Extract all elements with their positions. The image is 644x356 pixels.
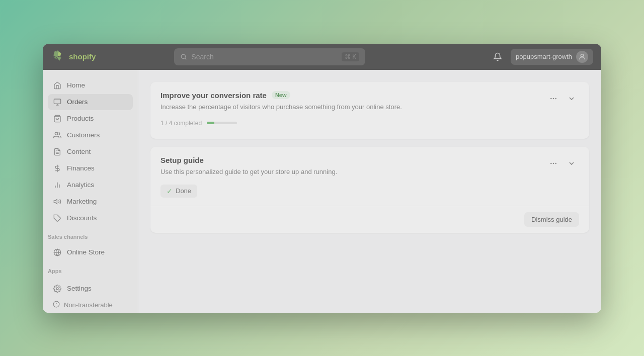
conversion-card-title: Improve your conversion rate [160, 91, 267, 100]
chevron-down-icon [568, 159, 576, 167]
discounts-icon [53, 214, 62, 223]
sidebar-label-discounts: Discounts [67, 214, 97, 222]
setup-card-content: Setup guide Use this personalized guide … [160, 156, 546, 176]
shopify-logo [51, 50, 65, 64]
setup-card-body: ✓ Done [150, 185, 589, 206]
ellipsis-icon [549, 159, 557, 167]
svg-point-1 [182, 54, 186, 58]
sidebar-label-analytics: Analytics [67, 181, 94, 189]
orders-icon [53, 98, 62, 107]
non-transferable-icon [53, 301, 60, 309]
sidebar-nav: Home Orders Products [43, 75, 138, 229]
sidebar-item-discounts[interactable]: Discounts [48, 210, 133, 226]
sidebar-label-products: Products [67, 115, 94, 122]
finances-icon [53, 164, 62, 173]
sidebar-item-online-store[interactable]: Online Store [48, 244, 133, 260]
sidebar-item-home[interactable]: Home [48, 77, 133, 94]
done-badge: ✓ Done [160, 185, 197, 198]
customers-icon [53, 131, 62, 140]
sidebar-item-customers[interactable]: Customers [48, 127, 133, 143]
search-placeholder-text: Search [191, 53, 338, 61]
products-icon [53, 114, 62, 123]
progress-section: 1 / 4 completed [150, 120, 589, 139]
conversion-title-row: Improve your conversion rate New [160, 91, 546, 100]
conversion-card-actions [546, 91, 579, 106]
sidebar-label-marketing: Marketing [67, 198, 97, 205]
online-store-icon [53, 248, 62, 257]
store-name: popupsmart-growth [516, 53, 572, 60]
progress-bar-track [207, 122, 237, 124]
sidebar-item-products[interactable]: Products [48, 111, 133, 127]
sales-channels-label: Sales channels [43, 229, 138, 242]
apps-label: Apps [43, 263, 138, 276]
svg-text:shopify: shopify [69, 52, 96, 61]
ellipsis-icon [549, 95, 557, 103]
setup-card-desc: Use this personalized guide to get your … [160, 167, 546, 176]
chevron-down-icon [568, 95, 576, 103]
notifications-button[interactable] [490, 49, 506, 65]
svg-point-23 [553, 98, 554, 99]
svg-point-25 [550, 162, 552, 164]
sidebar-label-finances: Finances [67, 164, 95, 172]
conversion-card: Improve your conversion rate New Increas… [150, 82, 589, 139]
svg-point-26 [553, 162, 554, 164]
sidebar-label-customers: Customers [67, 131, 100, 139]
conversion-expand-button[interactable] [564, 91, 579, 106]
conversion-card-desc: Increase the percentage of visitors who … [160, 103, 546, 112]
svg-marker-14 [54, 199, 57, 204]
setup-card-title: Setup guide [160, 156, 204, 164]
search-bar[interactable]: Search ⌘ K [174, 48, 365, 65]
search-shortcut: ⌘ K [342, 52, 359, 61]
done-label: Done [176, 187, 191, 195]
non-transferable-label: Non-transferable [64, 301, 113, 309]
sidebar: Home Orders Products [43, 70, 138, 313]
store-selector[interactable]: popupsmart-growth [511, 49, 593, 65]
sidebar-label-orders: Orders [67, 98, 88, 106]
sidebar-label-content: Content [67, 148, 91, 155]
avatar-icon [578, 53, 586, 61]
dismiss-guide-button[interactable]: Dismiss guide [524, 212, 579, 227]
main-layout: Home Orders Products [43, 70, 601, 313]
conversion-card-content: Improve your conversion rate New Increas… [160, 91, 546, 112]
sidebar-item-settings[interactable]: Settings [48, 281, 133, 297]
new-badge: New [272, 91, 290, 99]
setup-expand-button[interactable] [564, 156, 579, 171]
sidebar-item-marketing[interactable]: Marketing [48, 194, 133, 210]
progress-text: 1 / 4 completed [160, 120, 202, 127]
topbar: shopify Search ⌘ K popupsmart-growth [43, 44, 601, 70]
topbar-right: popupsmart-growth [490, 49, 593, 65]
progress-info: 1 / 4 completed [160, 120, 579, 127]
sidebar-label-home: Home [67, 81, 85, 89]
sidebar-item-finances[interactable]: Finances [48, 160, 133, 176]
svg-point-7 [55, 132, 57, 135]
sidebar-item-orders[interactable]: Orders [48, 94, 133, 110]
svg-point-18 [56, 288, 58, 290]
setup-card-header: Setup guide Use this personalized guide … [150, 147, 589, 185]
sidebar-item-content[interactable]: Content [48, 144, 133, 160]
sidebar-item-analytics[interactable]: Analytics [48, 177, 133, 193]
non-transferable: Non-transferable [48, 297, 133, 313]
check-icon: ✓ [167, 187, 173, 195]
marketing-icon [53, 197, 62, 206]
conversion-menu-button[interactable] [546, 91, 561, 106]
sidebar-label-settings: Settings [67, 285, 92, 292]
content-area: Improve your conversion rate New Increas… [138, 70, 601, 313]
setup-card-actions [546, 156, 579, 171]
home-icon [53, 81, 62, 90]
analytics-icon [53, 181, 62, 190]
card-footer: Dismiss guide [150, 206, 589, 233]
content-icon [53, 147, 62, 156]
main-window: shopify Search ⌘ K popupsmart-growth [43, 44, 601, 313]
settings-icon [53, 284, 62, 293]
svg-point-24 [555, 98, 556, 99]
progress-bar-fill [207, 122, 214, 124]
shopify-wordmark: shopify [69, 52, 105, 62]
svg-point-27 [555, 162, 556, 164]
sales-channels-section: Online Store [43, 242, 138, 263]
avatar [576, 51, 588, 63]
setup-title-row: Setup guide [160, 156, 546, 164]
sidebar-bottom: Settings Non-transferable [43, 276, 138, 313]
sidebar-label-online-store: Online Store [67, 248, 105, 256]
setup-menu-button[interactable] [546, 156, 561, 171]
setup-guide-card: Setup guide Use this personalized guide … [150, 147, 589, 233]
